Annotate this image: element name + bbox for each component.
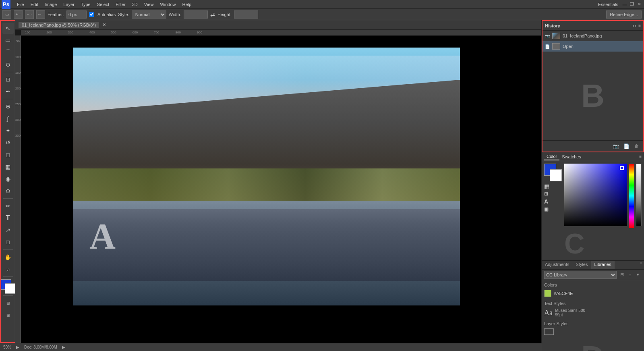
libraries-tab[interactable]: Libraries (591, 261, 615, 269)
ruler-horizontal: 100 200 300 400 500 600 700 800 900 (21, 30, 541, 35)
menu-help[interactable]: Help (179, 1, 195, 8)
lib-layer-title: Layer Styles (544, 321, 642, 326)
quick-mask-tool[interactable]: ⊟ (2, 297, 14, 309)
menu-file[interactable]: File (14, 1, 27, 8)
status-arrow[interactable]: ▶ (16, 345, 19, 349)
add-mode-icon[interactable]: +▭ (14, 10, 23, 19)
height-input[interactable] (234, 10, 258, 19)
color-tab[interactable]: Color (544, 153, 559, 160)
rect-marquee-icon[interactable]: ▭ (2, 10, 11, 19)
lib-layer-item[interactable] (544, 328, 642, 336)
lib-color-swatch[interactable] (544, 290, 551, 297)
color-panel-menu[interactable]: ≡ (639, 154, 642, 159)
menu-image[interactable]: Image (41, 1, 60, 8)
lib-text-item[interactable]: Aa Museo Sans 500 99pt (544, 307, 642, 318)
style-select[interactable]: Normal Fixed Ratio Fixed Size (132, 10, 166, 19)
color-alpha-slider[interactable] (636, 164, 642, 226)
spot-heal-tool[interactable]: ⊕ (2, 101, 14, 112)
styles-tab[interactable]: Styles (573, 261, 591, 269)
new-snapshot-button[interactable]: 📷 (612, 142, 620, 150)
background-swatch[interactable] (550, 169, 562, 181)
pen-tool[interactable]: ✏ (2, 200, 14, 212)
cc-panel-menu[interactable]: ▾ (634, 271, 642, 278)
minimize-button[interactable]: — (621, 1, 628, 8)
swap-icon[interactable]: ⇄ (210, 11, 215, 18)
hand-tool[interactable]: ✋ (2, 251, 14, 263)
move-tool[interactable]: ↖ (2, 23, 14, 34)
color-picker-handle[interactable] (620, 166, 624, 170)
menu-filter[interactable]: Filter (112, 1, 128, 8)
feather-input[interactable] (66, 10, 87, 19)
color-spectrum-slider[interactable] (629, 164, 634, 228)
history-panel-close[interactable]: ≡ (638, 23, 641, 28)
fg-bg-stack (544, 164, 562, 181)
brush-tool[interactable]: ∫ (2, 113, 14, 124)
text-tool[interactable]: T (2, 212, 14, 224)
green-patch (73, 168, 460, 201)
background-color[interactable] (5, 283, 15, 294)
color-gradient-field[interactable] (564, 164, 627, 226)
adjustments-tab[interactable]: Adjustments (542, 261, 573, 269)
watermark-a: A (89, 216, 116, 257)
menu-type[interactable]: Type (78, 1, 94, 8)
rect-select-tool[interactable]: ▭ (2, 35, 14, 46)
menu-view[interactable]: View (141, 1, 157, 8)
menu-edit[interactable]: Edit (27, 1, 41, 8)
dodge-tool[interactable]: ⊙ (2, 185, 14, 197)
history-snapshot-item[interactable]: 📷 01_IcelandPano.jpg (543, 31, 643, 41)
crop-tool[interactable]: ⊡ (2, 74, 14, 85)
subtract-mode-icon[interactable]: −▭ (25, 10, 34, 19)
swatches-tab[interactable]: Swatches (559, 154, 584, 160)
eyedropper-tool[interactable]: ✒ (2, 86, 14, 97)
menu-3d[interactable]: 3D (129, 1, 141, 8)
status-arrow2[interactable]: ▶ (62, 345, 65, 349)
close-button[interactable]: ✕ (636, 1, 642, 8)
refine-edge-button[interactable]: Refine Edge... (606, 10, 642, 19)
menu-window[interactable]: Window (157, 1, 179, 8)
eraser-tool[interactable]: ◻ (2, 149, 14, 160)
cc-view-list[interactable]: ≡ (626, 271, 634, 278)
zoom-tool[interactable]: ⌕ (2, 264, 14, 275)
history-open-item[interactable]: 📄 Open (543, 41, 643, 52)
tool-separator-1 (3, 72, 13, 72)
lib-layer-section: Layer Styles (544, 321, 642, 336)
anti-alias-checkbox[interactable] (89, 12, 94, 17)
gradient-icon[interactable]: ▦ (544, 183, 562, 189)
lib-color-item[interactable]: #A5CF4E (544, 289, 642, 298)
clone-stamp-tool[interactable]: ✦ (2, 125, 14, 136)
width-input[interactable] (184, 10, 208, 19)
cc-view-grid[interactable]: ⊞ (618, 271, 625, 278)
lasso-tool[interactable]: ⌒ (2, 47, 14, 58)
shape-tool[interactable]: □ (2, 237, 14, 248)
history-file-name: 01_IcelandPano.jpg (563, 33, 602, 38)
optionsbar: ▭ +▭ −▭ ∩▭ Feather: Anti-alias Style: No… (0, 9, 644, 20)
lib-font-size: 99pt (555, 313, 585, 317)
reflection-layer (73, 209, 460, 281)
intersect-mode-icon[interactable]: ∩▭ (36, 10, 45, 19)
close-doc-button[interactable]: ✕ (102, 22, 106, 27)
quick-select-tool[interactable]: ⊙ (2, 59, 14, 70)
screen-mode-tool[interactable]: ⊞ (2, 309, 14, 321)
history-brush-tool[interactable]: ↺ (2, 137, 14, 148)
history-panel-menu[interactable]: ▸▸ (633, 23, 637, 28)
new-doc-from-state-button[interactable]: 📄 (622, 142, 630, 150)
text-color-icon[interactable]: A (544, 198, 562, 205)
doc-tab-active[interactable]: 01_IcelandPano.jpg @ 50% (RGB/8*) (19, 22, 99, 28)
menu-layer[interactable]: Layer (60, 1, 78, 8)
blur-tool[interactable]: ◉ (2, 173, 14, 185)
lib-layer-preview (544, 328, 554, 335)
path-select-tool[interactable]: ↗ (2, 224, 14, 236)
lib-color-label: #A5CF4E (554, 291, 573, 296)
canvas-background[interactable]: A (21, 35, 541, 343)
mask-icon[interactable]: ▣ (544, 206, 562, 212)
menubar: Ps File Edit Image Layer Type Select Fil… (0, 0, 644, 9)
history-body: B (543, 52, 643, 140)
maximize-button[interactable]: ❐ (629, 1, 635, 8)
adj-panel-menu[interactable]: ≡ (638, 261, 644, 269)
gradient-tool[interactable]: ▦ (2, 161, 14, 172)
pattern-icon[interactable]: ⊞ (544, 191, 562, 197)
menu-select[interactable]: Select (94, 1, 113, 8)
cc-library-select[interactable]: CC Library (544, 271, 617, 279)
color-panel-body: ▦ ⊞ A ▣ C (542, 161, 644, 260)
delete-state-button[interactable]: 🗑 (633, 142, 641, 150)
